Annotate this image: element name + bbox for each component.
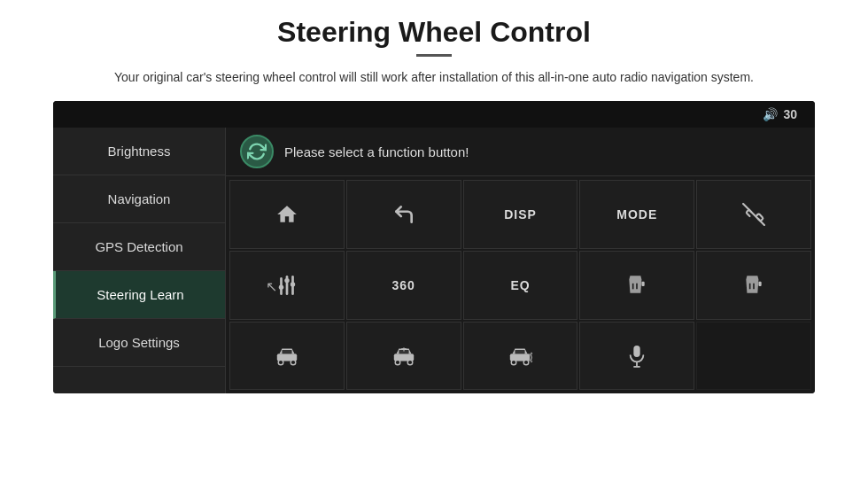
- beer2-icon: [742, 274, 765, 297]
- grid-cell-sliders[interactable]: [229, 251, 345, 320]
- svg-point-6: [291, 282, 295, 286]
- page-wrapper: Steering Wheel Control Your original car…: [0, 0, 868, 402]
- sidebar: Brightness Navigation GPS Detection Stee…: [53, 128, 226, 393]
- volume-value: 30: [783, 107, 797, 121]
- svg-point-15: [291, 360, 296, 365]
- grid-cell-mode[interactable]: MODE: [579, 180, 694, 249]
- svg-rect-27: [634, 346, 640, 357]
- button-grid: DISP MODE: [226, 176, 815, 393]
- content-area: Please select a function button!: [226, 128, 815, 393]
- svg-rect-10: [759, 282, 762, 286]
- grid-cell-home[interactable]: [229, 180, 345, 249]
- sidebar-item-gps-detection[interactable]: GPS Detection: [53, 223, 225, 271]
- home-icon: [275, 203, 298, 226]
- beer1-icon: [625, 274, 648, 297]
- grid-cell-mic[interactable]: [579, 322, 694, 391]
- car1-icon: [275, 346, 299, 366]
- title-divider: [416, 54, 452, 57]
- car3-icon: [508, 346, 532, 366]
- svg-rect-16: [282, 350, 291, 354]
- grid-cell-car3[interactable]: [463, 322, 578, 391]
- volume-icon: 🔊: [763, 107, 778, 121]
- back-icon: [392, 203, 415, 226]
- page-subtitle: Your original car's steering wheel contr…: [114, 67, 754, 87]
- car2-icon: [391, 346, 416, 366]
- sync-icon[interactable]: [240, 135, 274, 168]
- grid-cell-back[interactable]: [346, 180, 461, 249]
- eq-label: EQ: [510, 278, 530, 292]
- svg-point-19: [407, 360, 413, 365]
- grid-cell-disp[interactable]: DISP: [463, 180, 578, 249]
- svg-rect-7: [642, 282, 645, 286]
- page-title: Steering Wheel Control: [277, 16, 591, 49]
- sidebar-item-steering-learn[interactable]: Steering Learn: [53, 271, 225, 319]
- svg-point-25: [524, 360, 530, 365]
- main-area: Brightness Navigation GPS Detection Stee…: [53, 128, 815, 393]
- svg-point-4: [279, 284, 283, 289]
- grid-cell-car2[interactable]: [346, 322, 461, 391]
- prompt-bar: Please select a function button!: [226, 128, 815, 176]
- sidebar-item-logo-settings[interactable]: Logo Settings: [53, 319, 225, 367]
- svg-point-24: [512, 360, 517, 365]
- sliders-icon: [275, 274, 298, 297]
- car-ui: 🔊 30 Brightness Navigation GPS Detection…: [53, 101, 815, 393]
- grid-cell-360[interactable]: 360: [346, 251, 461, 320]
- mic-icon: [627, 345, 647, 368]
- svg-point-18: [395, 360, 400, 365]
- 360-label: 360: [392, 278, 415, 292]
- mode-label: MODE: [616, 207, 657, 222]
- sidebar-item-brightness[interactable]: Brightness: [53, 128, 225, 175]
- top-bar: 🔊 30: [53, 101, 815, 128]
- grid-cell-empty: [696, 322, 811, 391]
- phone-off-icon: [742, 203, 765, 226]
- sidebar-item-navigation[interactable]: Navigation: [53, 175, 225, 223]
- grid-cell-car1[interactable]: [229, 322, 345, 391]
- disp-label: DISP: [504, 207, 537, 222]
- grid-cell-eq[interactable]: EQ: [463, 251, 578, 320]
- svg-point-2: [284, 278, 289, 283]
- grid-cell-phone-off[interactable]: [696, 180, 811, 249]
- svg-point-14: [278, 360, 283, 365]
- prompt-text: Please select a function button!: [284, 144, 469, 159]
- grid-cell-icon2[interactable]: [696, 251, 811, 320]
- svg-rect-26: [515, 350, 525, 354]
- grid-cell-icon1[interactable]: [579, 251, 694, 320]
